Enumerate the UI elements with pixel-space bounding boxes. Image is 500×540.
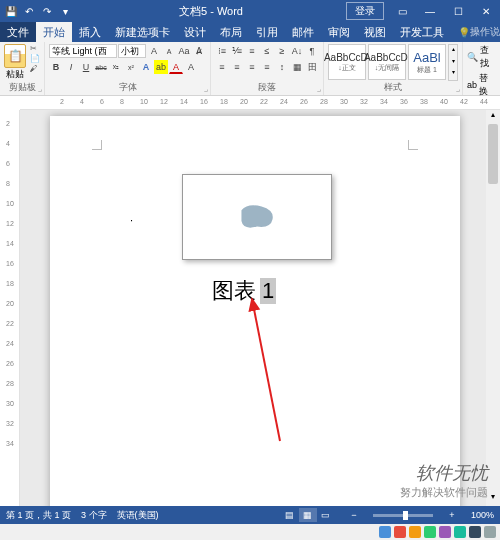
font-size-select[interactable]: 小初 bbox=[118, 44, 146, 58]
dedent-button[interactable]: ≤ bbox=[260, 44, 274, 58]
tray-icon[interactable] bbox=[484, 526, 496, 538]
tab-developer[interactable]: 开发工具 bbox=[393, 22, 451, 42]
scroll-thumb[interactable] bbox=[488, 124, 498, 184]
document-area[interactable]: · 图表 1 bbox=[20, 110, 500, 506]
tray-icon[interactable] bbox=[469, 526, 481, 538]
find-button[interactable]: 🔍 查找 bbox=[467, 44, 496, 70]
group-styles: AaBbCcDi ↓正文 AaBbCcDi ↓无间隔 AaBl 标题 1 ▴ ▾… bbox=[324, 42, 463, 95]
status-language[interactable]: 英语(美国) bbox=[117, 509, 159, 522]
align-center-button[interactable]: ≡ bbox=[230, 60, 244, 74]
status-page[interactable]: 第 1 页，共 1 页 bbox=[6, 509, 71, 522]
figure-caption[interactable]: 图表 1 bbox=[212, 276, 276, 306]
tray-icon[interactable] bbox=[454, 526, 466, 538]
save-icon[interactable]: 💾 bbox=[4, 4, 18, 18]
watermark: 软件无忧 努力解决软件问题 bbox=[400, 461, 488, 500]
caption-number-field[interactable]: 1 bbox=[260, 278, 276, 304]
multilist-button[interactable]: ≡ bbox=[245, 44, 259, 58]
cut-button[interactable]: ✂ bbox=[30, 44, 40, 53]
format-painter-button[interactable]: 🖌 bbox=[30, 64, 40, 73]
undo-icon[interactable]: ↶ bbox=[22, 4, 36, 18]
tab-newtab[interactable]: 新建选项卡 bbox=[108, 22, 177, 42]
view-web-icon[interactable]: ▭ bbox=[317, 508, 335, 522]
show-marks-button[interactable]: ¶ bbox=[305, 44, 319, 58]
highlight-button[interactable]: ab bbox=[154, 60, 168, 74]
ribbon-options-icon[interactable]: ▭ bbox=[388, 0, 416, 22]
styles-down-icon[interactable]: ▾ bbox=[449, 57, 457, 69]
tray-icon[interactable] bbox=[394, 526, 406, 538]
tab-mailings[interactable]: 邮件 bbox=[285, 22, 321, 42]
view-read-icon[interactable]: ▤ bbox=[281, 508, 299, 522]
shape-icon bbox=[233, 201, 281, 233]
tab-design[interactable]: 设计 bbox=[177, 22, 213, 42]
style-normal[interactable]: AaBbCcDi ↓正文 bbox=[328, 44, 366, 80]
superscript-button[interactable]: x² bbox=[124, 60, 138, 74]
align-right-button[interactable]: ≡ bbox=[245, 60, 259, 74]
maximize-icon[interactable]: ☐ bbox=[444, 0, 472, 22]
text-effects-button[interactable]: A bbox=[139, 60, 153, 74]
styles-scroll[interactable]: ▴ ▾ ▾ bbox=[448, 44, 458, 81]
numbering-button[interactable]: ⅟≡ bbox=[230, 44, 244, 58]
change-case-button[interactable]: Aa bbox=[177, 44, 191, 58]
tab-home[interactable]: 开始 bbox=[36, 22, 72, 42]
tab-view[interactable]: 视图 bbox=[357, 22, 393, 42]
view-print-icon[interactable]: ▦ bbox=[299, 508, 317, 522]
scroll-up-icon[interactable]: ▴ bbox=[486, 110, 500, 124]
justify-button[interactable]: ≡ bbox=[260, 60, 274, 74]
zoom-in-button[interactable]: + bbox=[443, 508, 461, 522]
borders-button[interactable]: 田 bbox=[305, 60, 319, 74]
styles-up-icon[interactable]: ▴ bbox=[449, 45, 457, 57]
ruler-vertical[interactable]: 246810121416182022242628303234 bbox=[0, 110, 20, 506]
zoom-slider[interactable] bbox=[373, 514, 433, 517]
tray-icon[interactable] bbox=[409, 526, 421, 538]
tray-icon[interactable] bbox=[424, 526, 436, 538]
qat-more-icon[interactable]: ▾ bbox=[58, 4, 72, 18]
tab-insert[interactable]: 插入 bbox=[72, 22, 108, 42]
align-left-button[interactable]: ≡ bbox=[215, 60, 229, 74]
sort-button[interactable]: A↓ bbox=[290, 44, 304, 58]
italic-button[interactable]: I bbox=[64, 60, 78, 74]
ribbon: 📋 粘贴 ✂ 📄 🖌 剪贴板 等线 Light (西 小初 A A Aa A̷ … bbox=[0, 42, 500, 96]
tell-me-input[interactable]: 💡 操作说明搜索 bbox=[451, 22, 500, 42]
annotation-arrow-icon bbox=[240, 291, 320, 451]
zoom-level[interactable]: 100% bbox=[471, 510, 494, 520]
shading-button[interactable]: ▦ bbox=[290, 60, 304, 74]
tray-icon[interactable] bbox=[439, 526, 451, 538]
login-button[interactable]: 登录 bbox=[346, 2, 384, 20]
bullets-button[interactable]: ⁝≡ bbox=[215, 44, 229, 58]
bold-button[interactable]: B bbox=[49, 60, 63, 74]
indent-button[interactable]: ≥ bbox=[275, 44, 289, 58]
redo-icon[interactable]: ↷ bbox=[40, 4, 54, 18]
ruler-horizontal[interactable]: 2468101214161820222426283032343638404244 bbox=[20, 96, 500, 110]
phonetic-button[interactable]: A bbox=[184, 60, 198, 74]
underline-button[interactable]: U bbox=[79, 60, 93, 74]
status-bar: 第 1 页，共 1 页 3 个字 英语(美国) ▤ ▦ ▭ − + 100% bbox=[0, 506, 500, 524]
font-name-select[interactable]: 等线 Light (西 bbox=[49, 44, 117, 58]
tab-review[interactable]: 审阅 bbox=[321, 22, 357, 42]
paste-button[interactable]: 📋 bbox=[4, 44, 26, 68]
subscript-button[interactable]: x₂ bbox=[109, 60, 123, 74]
style-no-spacing[interactable]: AaBbCcDi ↓无间隔 bbox=[368, 44, 406, 80]
shrink-font-button[interactable]: A bbox=[162, 44, 176, 58]
page[interactable]: · 图表 1 bbox=[50, 116, 460, 506]
grow-font-button[interactable]: A bbox=[147, 44, 161, 58]
scrollbar-vertical[interactable]: ▴ ▾ bbox=[486, 110, 500, 506]
scroll-down-icon[interactable]: ▾ bbox=[486, 492, 500, 506]
tray-icon[interactable] bbox=[379, 526, 391, 538]
line-spacing-button[interactable]: ↕ bbox=[275, 60, 289, 74]
styles-more-icon[interactable]: ▾ bbox=[449, 68, 457, 80]
paste-label[interactable]: 粘贴 bbox=[6, 68, 24, 81]
style-heading1[interactable]: AaBl 标题 1 bbox=[408, 44, 446, 80]
font-color-button[interactable]: A bbox=[169, 60, 183, 74]
minimize-icon[interactable]: — bbox=[416, 0, 444, 22]
zoom-out-button[interactable]: − bbox=[345, 508, 363, 522]
clear-format-button[interactable]: A̷ bbox=[192, 44, 206, 58]
tab-file[interactable]: 文件 bbox=[0, 22, 36, 42]
strike-button[interactable]: abc bbox=[94, 60, 108, 74]
copy-button[interactable]: 📄 bbox=[30, 54, 40, 63]
tab-layout[interactable]: 布局 bbox=[213, 22, 249, 42]
status-words[interactable]: 3 个字 bbox=[81, 509, 107, 522]
tab-references[interactable]: 引用 bbox=[249, 22, 285, 42]
inserted-image[interactable] bbox=[182, 174, 332, 260]
replace-button[interactable]: ab 替换 bbox=[467, 72, 496, 98]
close-icon[interactable]: ✕ bbox=[472, 0, 500, 22]
